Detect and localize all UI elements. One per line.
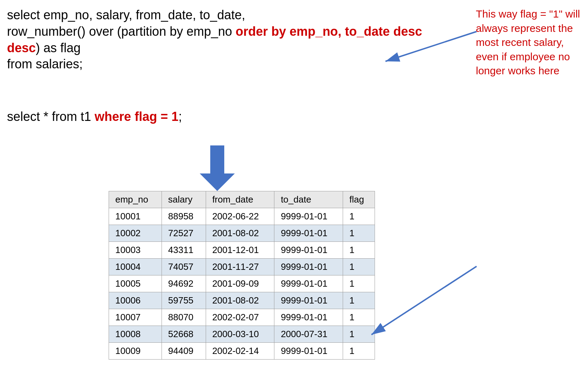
table-cell: 2000-07-31 [274, 326, 343, 343]
table-cell: 94409 [162, 343, 206, 360]
table-row: 10002725272001-08-029999-01-011 [109, 225, 375, 242]
table-cell: 9999-01-01 [274, 275, 343, 292]
table-cell: 9999-01-01 [274, 343, 343, 360]
sql-text-select2-before: select * from t1 [7, 109, 95, 124]
table-cell: 2001-09-09 [206, 275, 274, 292]
sql-text-line2-red: order by emp_no, to_date desc [235, 24, 422, 39]
table-row: 10007880702002-02-079999-01-011 [109, 309, 375, 326]
table-cell: 10009 [109, 343, 162, 360]
sql-text-where-flag: where flag = 1 [95, 109, 178, 124]
table-cell: 2002-06-22 [206, 208, 274, 225]
table-cell: 9999-01-01 [274, 242, 343, 259]
table-cell: 9999-01-01 [274, 259, 343, 275]
table-cell: 52668 [162, 326, 206, 343]
table-cell: 94692 [162, 275, 206, 292]
table-cell: 43311 [162, 242, 206, 259]
table-cell: 1 [343, 343, 375, 360]
sql-text-select2-after: ; [178, 109, 182, 124]
table-row: 10006597552001-08-029999-01-011 [109, 292, 375, 309]
table-cell: 2002-02-14 [206, 343, 274, 360]
table-cell: 1 [343, 275, 375, 292]
svg-marker-0 [200, 145, 235, 191]
table-cell: 10007 [109, 309, 162, 326]
table-cell: 2001-08-02 [206, 292, 274, 309]
table-cell: 1 [343, 225, 375, 242]
table-cell: 1 [343, 259, 375, 275]
table-cell: 72527 [162, 225, 206, 242]
sql-line-5: select * from t1 where flag = 1; [7, 109, 182, 125]
annotation-container: This way flag = "1" will always represen… [476, 7, 581, 78]
table-row: 10009944092002-02-149999-01-011 [109, 343, 375, 360]
table-cell: 2000-03-10 [206, 326, 274, 343]
table-cell: 1 [343, 326, 375, 343]
table-cell: 88958 [162, 208, 206, 225]
table-cell: 10005 [109, 275, 162, 292]
table-row: 10003433112001-12-019999-01-011 [109, 242, 375, 259]
col-header-flag: flag [343, 191, 375, 208]
col-header-from-date: from_date [206, 191, 274, 208]
table-cell: 1 [343, 242, 375, 259]
sql-text-line2-before: row_number() over (partition by emp_no [7, 24, 235, 39]
table-cell: 9999-01-01 [274, 208, 343, 225]
table-cell: 59755 [162, 292, 206, 309]
table-header-row: emp_no salary from_date to_date flag [109, 191, 375, 208]
table-row: 10008526682000-03-102000-07-311 [109, 326, 375, 343]
table-cell: 10006 [109, 292, 162, 309]
annotation-text: This way flag = "1" will always represen… [476, 7, 581, 78]
table-row: 10004740572001-11-279999-01-011 [109, 259, 375, 275]
table-cell: 1 [343, 292, 375, 309]
sql-block1: select emp_no, salary, from_date, to_dat… [7, 7, 463, 73]
table-row: 10001889582002-06-229999-01-011 [109, 208, 375, 225]
sql-line-4: from salaries; [7, 56, 463, 73]
table-cell: 74057 [162, 259, 206, 275]
table-cell: 2002-02-07 [206, 309, 274, 326]
main-container: select emp_no, salary, from_date, to_dat… [0, 0, 588, 389]
sql-text-line1: select emp_no, salary, from_date, to_dat… [7, 8, 245, 22]
table-cell: 10001 [109, 208, 162, 225]
table-cell: 10008 [109, 326, 162, 343]
col-header-salary: salary [162, 191, 206, 208]
col-header-emp-no: emp_no [109, 191, 162, 208]
table-cell: 9999-01-01 [274, 225, 343, 242]
table-cell: 2001-08-02 [206, 225, 274, 242]
sql-line-3: desc) as flag [7, 40, 463, 56]
table-cell: 1 [343, 208, 375, 225]
table-cell: 10002 [109, 225, 162, 242]
svg-line-3 [371, 266, 477, 335]
table-cell: 9999-01-01 [274, 309, 343, 326]
results-table: emp_no salary from_date to_date flag 100… [109, 191, 375, 360]
sql-line-1: select emp_no, salary, from_date, to_dat… [7, 7, 463, 23]
table-cell: 9999-01-01 [274, 292, 343, 309]
table-row: 10005946922001-09-099999-01-011 [109, 275, 375, 292]
table-cell: 2001-11-27 [206, 259, 274, 275]
col-header-to-date: to_date [274, 191, 343, 208]
table-cell: 88070 [162, 309, 206, 326]
sql-block2: select * from t1 where flag = 1; [7, 109, 182, 125]
table-cell: 2001-12-01 [206, 242, 274, 259]
sql-line-2: row_number() over (partition by emp_no o… [7, 23, 463, 40]
table-container: emp_no salary from_date to_date flag 100… [109, 191, 375, 360]
down-arrow [200, 145, 235, 191]
sql-text-line2-after: ) as flag [36, 41, 81, 55]
sql-text-desc-paren: desc [7, 41, 36, 55]
sql-text-from: from salaries; [7, 57, 83, 71]
table-cell: 10004 [109, 259, 162, 275]
table-cell: 10003 [109, 242, 162, 259]
table-cell: 1 [343, 309, 375, 326]
